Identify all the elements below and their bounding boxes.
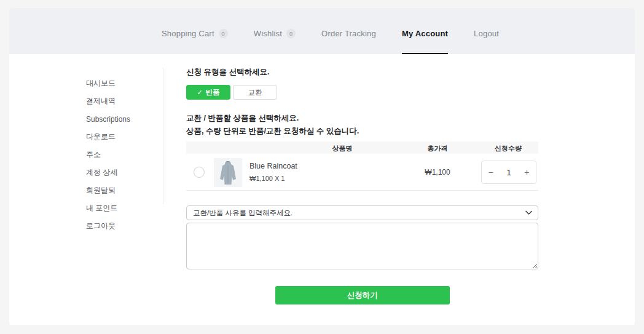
reason-dropdown[interactable]: 교환/반품 사유를 입력해주세요. (186, 205, 538, 220)
quantity-value: 1 (500, 168, 517, 177)
reason-textarea[interactable] (186, 223, 538, 269)
sidebar-divider (163, 68, 163, 204)
exchange-type-button[interactable]: 교환 (233, 85, 277, 100)
return-type-label: 반품 (206, 88, 220, 97)
nav-logout[interactable]: Logout (474, 14, 499, 54)
product-name: Blue Raincoat (249, 162, 297, 170)
nav-wishlist[interactable]: Wishlist 0 (254, 14, 296, 54)
sidebar-item-withdraw-membership[interactable]: 회원탈퇴 (86, 181, 160, 199)
sidebar-item-logout[interactable]: 로그아웃 (86, 217, 160, 235)
submit-request-button[interactable]: 신청하기 (275, 286, 450, 304)
product-total-price: ₩1,100 (425, 168, 450, 177)
wishlist-count-badge: 0 (286, 29, 296, 38)
raincoat-image (218, 161, 238, 185)
nav-logout-label: Logout (474, 29, 499, 38)
nav-wishlist-label: Wishlist (254, 29, 282, 38)
sidebar-item-downloads[interactable]: 다운로드 (86, 128, 160, 146)
exchange-type-label: 교환 (248, 88, 262, 97)
quantity-decrease-button[interactable]: − (482, 167, 500, 177)
account-sidebar: 대시보드 결제내역 Subscriptions 다운로드 주소 계정 상세 회원… (86, 74, 160, 235)
nav-my-account-label: My Account (402, 29, 448, 38)
request-type-toggle: ✓ 반품 교환 (186, 85, 538, 100)
nav-order-tracking[interactable]: Order Tracking (321, 14, 376, 54)
return-type-button[interactable]: ✓ 반품 (186, 85, 230, 100)
check-icon: ✓ (197, 89, 202, 97)
product-select-radio[interactable] (194, 167, 205, 178)
sidebar-item-my-points[interactable]: 내 포인트 (86, 199, 160, 217)
nav-order-tracking-label: Order Tracking (321, 29, 376, 38)
account-panel: Shopping Cart 0 Wishlist 0 Order Trackin… (9, 8, 635, 325)
col-request-qty: 신청수량 (495, 144, 522, 153)
submit-row: 신청하기 (186, 286, 538, 304)
product-table: 상품명 총가격 신청수량 Blue Raincoat ₩1,100 X 1 (186, 141, 538, 191)
request-type-prompt: 신청 유형을 선택하세요. (186, 68, 538, 77)
product-thumbnail (214, 158, 242, 187)
cart-count-badge: 0 (219, 29, 228, 38)
col-product-name: 상품명 (332, 144, 353, 153)
col-total-price: 총가격 (428, 144, 448, 153)
nav-shopping-cart-label: Shopping Cart (162, 29, 214, 38)
sidebar-item-subscriptions[interactable]: Subscriptions (86, 110, 160, 128)
nav-shopping-cart[interactable]: Shopping Cart 0 (162, 14, 228, 54)
sidebar-item-payments[interactable]: 결제내역 (86, 92, 160, 110)
quantity-stepper: − 1 + (481, 161, 536, 184)
table-row: Blue Raincoat ₩1,100 X 1 ₩1,100 − 1 + (186, 154, 538, 191)
select-product-hint: 상품, 수량 단위로 반품/교환 요청하실 수 있습니다. (186, 127, 538, 136)
chevron-down-icon (525, 210, 532, 215)
select-product-prompt: 교환 / 반품할 상품을 선택하세요. (186, 114, 538, 123)
top-nav-band: Shopping Cart 0 Wishlist 0 Order Trackin… (9, 8, 635, 54)
product-unit-price: ₩1,100 X 1 (249, 175, 297, 182)
sidebar-item-address[interactable]: 주소 (86, 146, 160, 164)
return-exchange-form: 신청 유형을 선택하세요. ✓ 반품 교환 교환 / 반품할 상품을 선택하세요… (186, 68, 538, 304)
product-info: Blue Raincoat ₩1,100 X 1 (249, 162, 297, 182)
quantity-increase-button[interactable]: + (518, 167, 536, 177)
product-table-header: 상품명 총가격 신청수량 (186, 141, 538, 154)
nav-my-account[interactable]: My Account (402, 14, 448, 54)
top-nav: Shopping Cart 0 Wishlist 0 Order Trackin… (162, 14, 499, 54)
sidebar-item-account-details[interactable]: 계정 상세 (86, 164, 160, 181)
reason-dropdown-value: 교환/반품 사유를 입력해주세요. (193, 209, 293, 218)
sidebar-item-dashboard[interactable]: 대시보드 (86, 74, 160, 92)
